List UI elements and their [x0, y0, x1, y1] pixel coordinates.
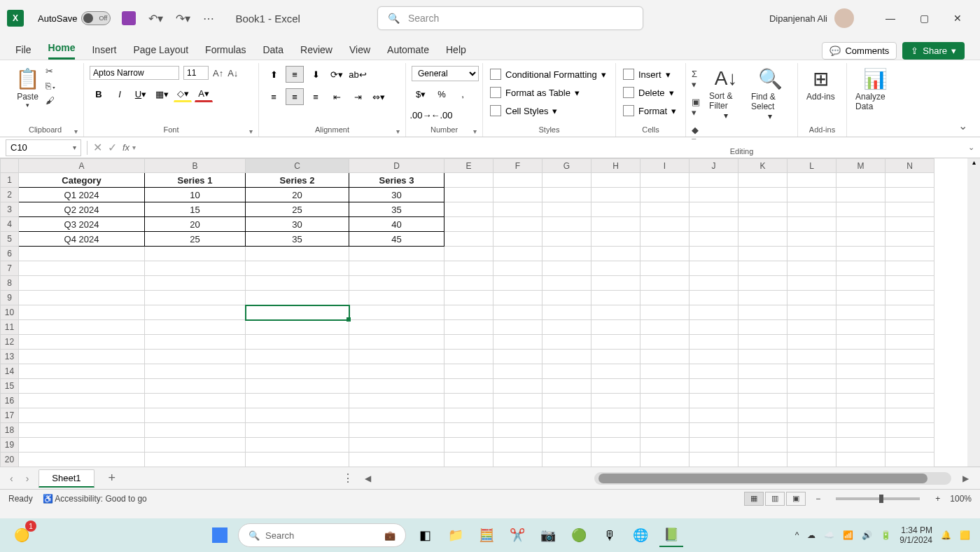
cell-M15[interactable] [836, 379, 886, 394]
tab-automate[interactable]: Automate [387, 44, 429, 60]
cell-C11[interactable] [246, 320, 349, 335]
cell-K18[interactable] [738, 423, 788, 438]
cell-M11[interactable] [836, 320, 886, 335]
cell-J19[interactable] [690, 438, 738, 453]
align-left-icon[interactable]: ≡ [265, 88, 283, 105]
cell-G10[interactable] [542, 305, 592, 320]
cell-I6[interactable] [640, 247, 690, 261]
cell-F9[interactable] [493, 291, 542, 305]
cell-F1[interactable] [493, 173, 542, 188]
cell-E8[interactable] [444, 276, 493, 291]
cell-N2[interactable] [886, 188, 934, 202]
cell-L10[interactable] [788, 305, 836, 320]
undo-icon[interactable]: ↶▾ [148, 12, 163, 25]
tab-home[interactable]: Home [48, 42, 76, 60]
cell-B3[interactable]: 15 [145, 202, 246, 217]
cell-J6[interactable] [690, 247, 738, 261]
tab-data[interactable]: Data [262, 44, 284, 60]
cell-D20[interactable] [349, 453, 444, 467]
cell-D7[interactable] [349, 261, 444, 276]
weather-icon[interactable]: ☁ [807, 530, 816, 540]
cell-E2[interactable] [444, 188, 493, 202]
cell-J14[interactable] [690, 364, 738, 379]
cell-I9[interactable] [640, 291, 690, 305]
cell-D8[interactable] [349, 276, 444, 291]
cell-J3[interactable] [690, 202, 738, 217]
cell-G8[interactable] [542, 276, 592, 291]
cell-J20[interactable] [690, 453, 738, 467]
cell-K12[interactable] [738, 335, 788, 350]
cell-M9[interactable] [836, 291, 886, 305]
cell-B5[interactable]: 25 [145, 232, 246, 247]
cell-B7[interactable] [145, 261, 246, 276]
copy-icon[interactable]: ⎘▾ [46, 81, 57, 91]
search-input[interactable]: 🔍 Search [377, 6, 643, 30]
cell-F14[interactable] [493, 364, 542, 379]
cell-C12[interactable] [246, 335, 349, 350]
cell-L4[interactable] [788, 217, 836, 232]
tab-review[interactable]: Review [300, 44, 332, 60]
tab-help[interactable]: Help [446, 44, 466, 60]
accessibility-status[interactable]: ♿ Accessibility: Good to go [43, 494, 147, 504]
cell-G14[interactable] [542, 364, 592, 379]
cell-N4[interactable] [886, 217, 934, 232]
cell-M19[interactable] [836, 438, 886, 453]
taskbar-search[interactable]: 🔍 Search💼 [238, 523, 406, 547]
cell-K2[interactable] [738, 188, 788, 202]
cell-K1[interactable] [738, 173, 788, 188]
cell-L7[interactable] [788, 261, 836, 276]
wifi-icon[interactable]: 📶 [843, 530, 853, 540]
cell-H16[interactable] [592, 394, 640, 408]
share-button[interactable]: ⇪ Share ▾ [902, 42, 965, 60]
cell-M5[interactable] [836, 232, 886, 247]
cell-A14[interactable] [19, 364, 145, 379]
cell-F8[interactable] [493, 276, 542, 291]
cell-E10[interactable] [444, 305, 493, 320]
cell-F10[interactable] [493, 305, 542, 320]
cell-H10[interactable] [592, 305, 640, 320]
cell-A12[interactable] [19, 335, 145, 350]
cell-G13[interactable] [542, 350, 592, 364]
view-page-layout-icon[interactable]: ▥ [765, 492, 785, 506]
onedrive-icon[interactable]: ☁️ [824, 530, 834, 540]
cell-M2[interactable] [836, 188, 886, 202]
cell-K15[interactable] [738, 379, 788, 394]
cell-L12[interactable] [788, 335, 836, 350]
cell-L14[interactable] [788, 364, 836, 379]
delete-cells-button[interactable]: Delete ▾ [622, 85, 676, 99]
orientation-icon[interactable]: ⟳▾ [328, 66, 346, 83]
cell-L17[interactable] [788, 408, 836, 423]
cell-M7[interactable] [836, 261, 886, 276]
cell-I7[interactable] [640, 261, 690, 276]
cell-C10[interactable] [246, 305, 349, 320]
maximize-button[interactable]: ▢ [909, 8, 939, 29]
format-as-table-button[interactable]: Format as Table ▾ [489, 85, 581, 99]
fill-icon[interactable]: ▣ ▾ [692, 97, 704, 118]
cell-N14[interactable] [886, 364, 934, 379]
cell-E3[interactable] [444, 202, 493, 217]
cell-E7[interactable] [444, 261, 493, 276]
col-header-J[interactable]: J [690, 159, 738, 173]
cell-M4[interactable] [836, 217, 886, 232]
mic-icon[interactable]: 🎙 [598, 523, 622, 547]
percent-icon[interactable]: % [433, 85, 451, 102]
row-header-13[interactable]: 13 [1, 350, 19, 364]
cell-D19[interactable] [349, 438, 444, 453]
cell-F20[interactable] [493, 453, 542, 467]
cell-H6[interactable] [592, 247, 640, 261]
cell-K17[interactable] [738, 408, 788, 423]
cell-H3[interactable] [592, 202, 640, 217]
cell-A19[interactable] [19, 438, 145, 453]
cell-G11[interactable] [542, 320, 592, 335]
cell-H9[interactable] [592, 291, 640, 305]
cancel-formula-icon[interactable]: ✕ [90, 141, 105, 154]
task-view-icon[interactable]: ◧ [413, 523, 437, 547]
cell-B9[interactable] [145, 291, 246, 305]
notifications-icon[interactable]: 🔔 [941, 530, 951, 540]
cell-N11[interactable] [886, 320, 934, 335]
cell-A6[interactable] [19, 247, 145, 261]
cell-C7[interactable] [246, 261, 349, 276]
cell-K14[interactable] [738, 364, 788, 379]
cell-A16[interactable] [19, 394, 145, 408]
col-header-E[interactable]: E [444, 159, 493, 173]
